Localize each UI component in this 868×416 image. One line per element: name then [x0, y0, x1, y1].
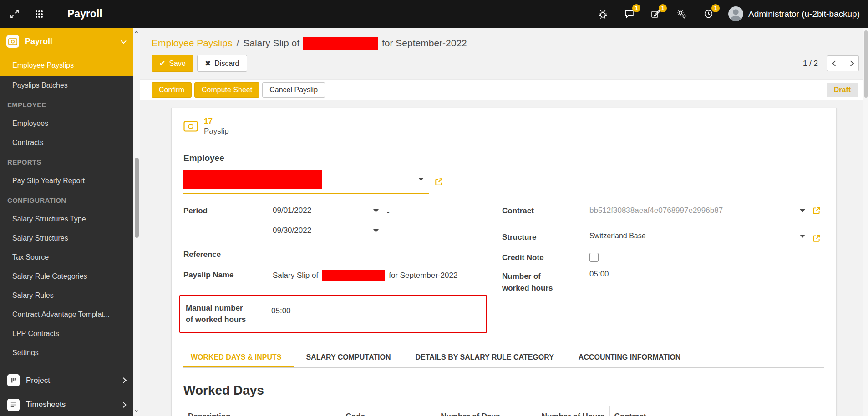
column-header-number-of-hours[interactable]: Number of Hours [505, 406, 609, 416]
bug-icon[interactable] [596, 8, 609, 20]
dropdown-caret-icon[interactable] [373, 209, 379, 212]
chevron-right-icon [121, 402, 127, 408]
period-from-field[interactable]: 09/01/2022 [273, 205, 381, 219]
compose-icon[interactable]: 1 [649, 8, 662, 20]
credit-note-checkbox[interactable] [589, 253, 599, 262]
pager: 1 / 2 [803, 55, 859, 71]
period-separator: - [387, 208, 390, 217]
topbar: Payroll 1 1 [0, 0, 868, 28]
sidebar-item-payslips-batches[interactable]: Payslips Batches [0, 76, 133, 95]
payslip-money-icon [183, 121, 198, 132]
sidebar-item-settings[interactable]: Settings [0, 343, 133, 362]
cancel-payslip-button[interactable]: Cancel Payslip [262, 82, 325, 98]
employee-field[interactable] [183, 170, 429, 194]
sidebar-scrollbar-thumb[interactable] [135, 158, 139, 238]
settings-gears-icon[interactable] [675, 8, 688, 20]
reference-field[interactable] [273, 249, 482, 261]
dropdown-caret-icon[interactable] [800, 235, 805, 238]
sidebar-item-salary-structures-type[interactable]: Salary Structures Type [0, 210, 133, 229]
payroll-money-icon [6, 35, 19, 48]
breadcrumb-current-prefix: Salary Slip of [243, 38, 299, 49]
external-link-icon[interactable] [812, 234, 821, 242]
status-badge-draft[interactable]: Draft [827, 83, 858, 97]
worked-hours-label: Number of worked hours [502, 270, 589, 294]
confirm-button[interactable]: Confirm [152, 82, 192, 98]
tab-details-by-salary-rule-category[interactable]: DETAILS BY SALARY RULE CATEGORY [403, 348, 566, 367]
main-scrollbar[interactable] [863, 28, 868, 416]
avatar [728, 6, 743, 21]
period-to-field[interactable]: 09/30/2022 [273, 226, 381, 239]
pager-next-button[interactable] [843, 55, 859, 71]
sidebar-app-timesheets[interactable]: Timesheets [0, 392, 133, 416]
column-header-number-of-days[interactable]: Number of Days [412, 406, 505, 416]
app-menu-title[interactable]: Payroll [67, 8, 102, 20]
sidebar-scrollbar[interactable] [133, 28, 140, 416]
scroll-up-icon[interactable] [135, 31, 138, 34]
scroll-down-icon[interactable] [135, 409, 138, 412]
sidebar-item-salary-rule-categories[interactable]: Salary Rule Categories [0, 267, 133, 286]
employee-label: Employee [183, 153, 824, 163]
tab-accounting-information[interactable]: ACCOUNTING INFORMATION [566, 348, 693, 367]
sidebar-app-payroll[interactable]: Payroll [0, 28, 133, 55]
redaction-overlay [183, 170, 322, 189]
sidebar-item-salary-structures[interactable]: Salary Structures [0, 229, 133, 248]
breadcrumb-separator: / [236, 38, 239, 49]
sidebar-item-contracts[interactable]: Contracts [0, 133, 133, 152]
project-icon [7, 374, 20, 386]
payslip-name-field[interactable]: Salary Slip of for September-2022 [273, 270, 457, 281]
sidebar-item-employees[interactable]: Employees [0, 114, 133, 133]
external-link-icon[interactable] [435, 178, 443, 186]
column-header-contract[interactable]: Contract [609, 406, 824, 416]
user-menu[interactable]: Administrator (u-2bit-backup) [728, 6, 860, 21]
credit-note-label: Credit Note [502, 252, 589, 262]
dropdown-caret-icon[interactable] [800, 209, 805, 212]
structure-field[interactable]: Switzerland Base [589, 232, 807, 244]
tab-salary-computation[interactable]: SALARY COMPUTATION [294, 348, 403, 367]
table-header-row: Description Code Number of Days Number o… [183, 406, 824, 416]
column-header-code[interactable]: Code [341, 406, 412, 416]
period-label: Period [183, 205, 273, 239]
dropdown-caret-icon[interactable] [418, 178, 424, 181]
sidebar-app-label: Payroll [25, 37, 116, 46]
sidebar-item-salary-rules[interactable]: Salary Rules [0, 286, 133, 305]
username: Administrator (u-2bit-backup) [748, 9, 860, 19]
breadcrumb-current-suffix: for September-2022 [382, 38, 467, 49]
tab-worked-days-inputs[interactable]: WORKED DAYS & INPUTS [183, 348, 294, 367]
redaction-overlay [322, 270, 385, 281]
breadcrumb: Employee Payslips / Salary Slip of for S… [152, 37, 856, 50]
sidebar-item-contract-advantage-templates[interactable]: Contract Advantage Templat... [0, 305, 133, 324]
sidebar-item-tax-source[interactable]: Tax Source [0, 248, 133, 267]
compose-badge: 1 [659, 4, 667, 12]
contract-field[interactable]: bb512f30838aeaf4e0768997e2996b87 [589, 206, 807, 215]
save-button[interactable]: ✔ Save [152, 55, 193, 72]
messages-icon[interactable]: 1 [623, 8, 635, 20]
activities-badge: 1 [711, 4, 720, 12]
reference-label: Reference [183, 249, 273, 261]
dropdown-caret-icon[interactable] [373, 229, 379, 232]
sidebar-item-employee-payslips[interactable]: Employee Payslips [0, 55, 133, 76]
pager-previous-button[interactable] [827, 55, 843, 71]
notebook-tabs: WORKED DAYS & INPUTS SALARY COMPUTATION … [183, 348, 824, 368]
sidebar-app-timesheets-label: Timesheets [26, 400, 115, 409]
discard-button[interactable]: ✖ Discard [197, 55, 247, 72]
structure-label: Structure [502, 232, 589, 244]
compute-sheet-button[interactable]: Compute Sheet [194, 82, 259, 98]
sidebar-item-lpp-contracts[interactable]: LPP Contracts [0, 324, 133, 343]
column-header-description[interactable]: Description [183, 406, 341, 416]
sidebar-item-payslip-yearly-report[interactable]: Pay Slip Yearly Report [0, 171, 133, 190]
main-content: Employee Payslips / Salary Slip of for S… [140, 28, 868, 416]
main-scrollbar-thumb[interactable] [864, 30, 868, 98]
apps-grid-icon[interactable] [33, 8, 46, 20]
manual-hours-field[interactable]: 05:00 [270, 302, 478, 325]
worked-hours-value: 05:00 [589, 270, 609, 294]
document-id: 17 [204, 116, 229, 126]
cross-icon: ✖ [205, 59, 211, 68]
breadcrumb-parent-link[interactable]: Employee Payslips [152, 38, 232, 49]
manual-hours-label: Manual number of worked hours [185, 302, 270, 325]
chevron-down-icon [121, 38, 127, 44]
expand-icon[interactable] [8, 8, 21, 20]
activities-clock-icon[interactable]: 1 [702, 8, 715, 20]
external-link-icon[interactable] [812, 206, 821, 215]
sidebar-app-project[interactable]: Project [0, 368, 133, 392]
payslip-name-label: Payslip Name [183, 270, 273, 281]
